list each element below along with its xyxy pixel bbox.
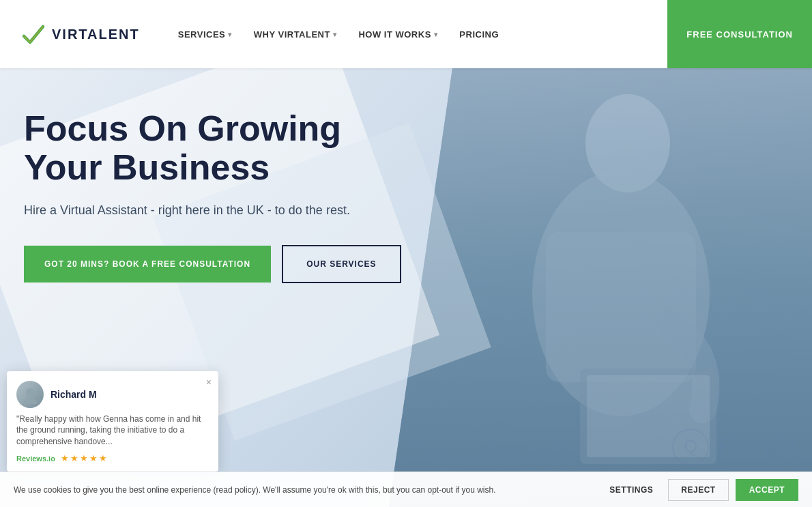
star-4: ★ bbox=[89, 453, 98, 463]
chevron-down-icon: ▾ bbox=[228, 31, 232, 38]
svg-point-8 bbox=[23, 399, 37, 404]
revain-icon: Q bbox=[670, 426, 711, 467]
cookie-banner: We use cookies to give you the best onli… bbox=[0, 472, 812, 507]
star-5: ★ bbox=[99, 453, 107, 463]
book-consultation-button[interactable]: GOT 20 MINS? BOOK A FREE CONSULTATION bbox=[24, 246, 271, 283]
star-rating: ★ ★ ★ ★ ★ bbox=[61, 453, 107, 463]
chevron-down-icon: ▾ bbox=[434, 31, 438, 38]
logo-icon bbox=[20, 21, 46, 47]
avatar-icon bbox=[20, 385, 40, 404]
svg-rect-2 bbox=[546, 232, 696, 382]
nav-item-how-it-works[interactable]: HOW IT WORKS ▾ bbox=[347, 23, 448, 46]
hero-buttons: GOT 20 MINS? BOOK A FREE CONSULTATION OU… bbox=[24, 245, 420, 283]
star-2: ★ bbox=[70, 453, 78, 463]
cookie-accept-button[interactable]: ACCEPT bbox=[736, 479, 798, 501]
hero-subtitle: Hire a Virtual Assistant - right here in… bbox=[24, 203, 420, 218]
nav-item-pricing[interactable]: PRICING bbox=[448, 23, 510, 46]
review-avatar bbox=[16, 381, 44, 408]
svg-text:Q: Q bbox=[684, 436, 697, 457]
review-popup: × Richard M "Really happy with how Genna… bbox=[7, 371, 218, 472]
hero-title: Focus On Growing Your Business bbox=[24, 109, 420, 187]
reviews-io-logo: Reviews.io bbox=[16, 454, 55, 463]
revain-watermark: Q Revain bbox=[670, 426, 798, 467]
svg-point-7 bbox=[26, 388, 34, 396]
review-footer: Reviews.io ★ ★ ★ ★ ★ bbox=[16, 453, 209, 463]
star-3: ★ bbox=[80, 453, 88, 463]
review-close-button[interactable]: × bbox=[206, 377, 212, 388]
nav-item-why-virtalent[interactable]: WHY VIRTALENT ▾ bbox=[243, 23, 348, 46]
revain-text: Revain bbox=[718, 433, 798, 461]
our-services-button[interactable]: OUR SERVICES bbox=[282, 245, 401, 283]
cookie-reject-button[interactable]: REJECT bbox=[668, 479, 728, 501]
chevron-down-icon: ▾ bbox=[333, 31, 337, 38]
header: VIRTALENT SERVICES ▾ WHY VIRTALENT ▾ HOW… bbox=[0, 0, 812, 68]
review-header: Richard M bbox=[16, 381, 209, 408]
hero-content: Focus On Growing Your Business Hire a Vi… bbox=[24, 109, 420, 283]
free-consultation-button[interactable]: FREE CONSULTATION bbox=[667, 0, 812, 68]
star-1: ★ bbox=[61, 453, 69, 463]
cookie-settings-button[interactable]: SETTINGS bbox=[601, 480, 661, 500]
nav-item-services[interactable]: SERVICES ▾ bbox=[167, 23, 243, 46]
main-nav: SERVICES ▾ WHY VIRTALENT ▾ HOW IT WORKS … bbox=[167, 23, 690, 46]
logo-text: VIRTALENT bbox=[52, 27, 140, 42]
review-text: "Really happy with how Genna has come in… bbox=[16, 414, 209, 448]
cookie-text: We use cookies to give you the best onli… bbox=[14, 485, 594, 495]
reviewer-name: Richard M bbox=[50, 389, 97, 400]
logo[interactable]: VIRTALENT bbox=[20, 21, 140, 47]
